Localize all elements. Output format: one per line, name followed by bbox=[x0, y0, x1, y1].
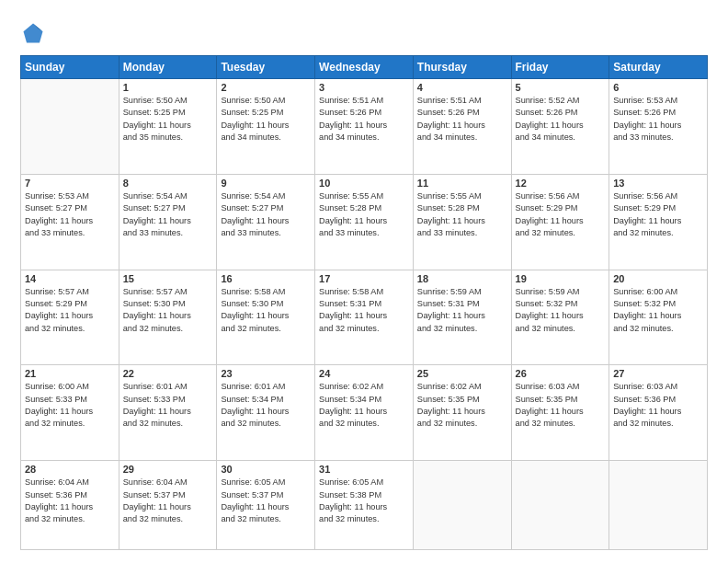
day-info: Sunrise: 5:57 AM Sunset: 5:30 PM Dayligh… bbox=[123, 286, 213, 335]
calendar-day-cell: 17Sunrise: 5:58 AM Sunset: 5:31 PM Dayli… bbox=[315, 270, 414, 365]
day-number: 31 bbox=[319, 464, 409, 475]
day-number: 14 bbox=[25, 273, 115, 284]
day-info: Sunrise: 6:00 AM Sunset: 5:33 PM Dayligh… bbox=[25, 381, 115, 430]
day-info: Sunrise: 6:01 AM Sunset: 5:33 PM Dayligh… bbox=[123, 381, 213, 430]
calendar-day-cell: 1Sunrise: 5:50 AM Sunset: 5:25 PM Daylig… bbox=[119, 79, 217, 175]
calendar-day-cell: 18Sunrise: 5:59 AM Sunset: 5:31 PM Dayli… bbox=[413, 270, 511, 365]
day-number: 13 bbox=[613, 178, 703, 189]
calendar-day-cell bbox=[413, 461, 511, 550]
weekday-header: Wednesday bbox=[315, 56, 414, 79]
day-number: 28 bbox=[25, 464, 115, 475]
calendar-day-cell: 16Sunrise: 5:58 AM Sunset: 5:30 PM Dayli… bbox=[217, 270, 315, 365]
svg-marker-0 bbox=[24, 24, 43, 43]
calendar-day-cell: 30Sunrise: 6:05 AM Sunset: 5:37 PM Dayli… bbox=[217, 461, 315, 550]
day-info: Sunrise: 5:51 AM Sunset: 5:26 PM Dayligh… bbox=[319, 95, 409, 144]
day-info: Sunrise: 6:05 AM Sunset: 5:37 PM Dayligh… bbox=[221, 477, 311, 525]
calendar-day-cell: 6Sunrise: 5:53 AM Sunset: 5:26 PM Daylig… bbox=[609, 79, 708, 175]
day-number: 22 bbox=[123, 368, 213, 379]
day-number: 11 bbox=[417, 178, 507, 189]
day-number: 25 bbox=[417, 368, 507, 379]
day-info: Sunrise: 5:59 AM Sunset: 5:32 PM Dayligh… bbox=[516, 286, 606, 335]
calendar-week-row: 21Sunrise: 6:00 AM Sunset: 5:33 PM Dayli… bbox=[21, 365, 708, 461]
day-number: 21 bbox=[25, 368, 115, 379]
day-number: 4 bbox=[417, 82, 507, 93]
day-number: 16 bbox=[221, 273, 311, 284]
calendar-day-cell: 2Sunrise: 5:50 AM Sunset: 5:25 PM Daylig… bbox=[217, 79, 315, 175]
calendar-day-cell: 20Sunrise: 6:00 AM Sunset: 5:32 PM Dayli… bbox=[609, 270, 708, 365]
weekday-header: Friday bbox=[511, 56, 609, 79]
day-number: 8 bbox=[123, 178, 213, 189]
calendar-day-cell: 11Sunrise: 5:55 AM Sunset: 5:28 PM Dayli… bbox=[413, 174, 511, 270]
weekday-header: Sunday bbox=[21, 56, 119, 79]
day-info: Sunrise: 5:51 AM Sunset: 5:26 PM Dayligh… bbox=[417, 95, 507, 144]
day-info: Sunrise: 5:55 AM Sunset: 5:28 PM Dayligh… bbox=[417, 190, 507, 239]
day-info: Sunrise: 6:01 AM Sunset: 5:34 PM Dayligh… bbox=[221, 381, 311, 430]
day-info: Sunrise: 6:00 AM Sunset: 5:32 PM Dayligh… bbox=[613, 286, 703, 335]
day-info: Sunrise: 6:02 AM Sunset: 5:34 PM Dayligh… bbox=[319, 381, 409, 430]
day-number: 5 bbox=[516, 82, 606, 93]
calendar-week-row: 14Sunrise: 5:57 AM Sunset: 5:29 PM Dayli… bbox=[21, 270, 708, 365]
weekday-header: Tuesday bbox=[217, 56, 315, 79]
day-info: Sunrise: 5:54 AM Sunset: 5:27 PM Dayligh… bbox=[221, 190, 311, 239]
day-number: 24 bbox=[319, 368, 409, 379]
calendar-day-cell: 24Sunrise: 6:02 AM Sunset: 5:34 PM Dayli… bbox=[315, 365, 414, 461]
calendar-day-cell: 22Sunrise: 6:01 AM Sunset: 5:33 PM Dayli… bbox=[119, 365, 217, 461]
day-info: Sunrise: 6:04 AM Sunset: 5:37 PM Dayligh… bbox=[123, 477, 213, 525]
day-number: 18 bbox=[417, 273, 507, 284]
logo-icon bbox=[20, 20, 46, 46]
calendar-day-cell: 29Sunrise: 6:04 AM Sunset: 5:37 PM Dayli… bbox=[119, 461, 217, 550]
day-info: Sunrise: 5:52 AM Sunset: 5:26 PM Dayligh… bbox=[516, 95, 606, 144]
day-info: Sunrise: 6:03 AM Sunset: 5:35 PM Dayligh… bbox=[516, 381, 606, 430]
day-info: Sunrise: 6:03 AM Sunset: 5:36 PM Dayligh… bbox=[613, 381, 703, 430]
calendar-day-cell: 14Sunrise: 5:57 AM Sunset: 5:29 PM Dayli… bbox=[21, 270, 119, 365]
day-info: Sunrise: 5:57 AM Sunset: 5:29 PM Dayligh… bbox=[25, 286, 115, 335]
day-info: Sunrise: 6:04 AM Sunset: 5:36 PM Dayligh… bbox=[25, 477, 115, 525]
calendar-table: SundayMondayTuesdayWednesdayThursdayFrid… bbox=[20, 55, 708, 550]
calendar-day-cell: 21Sunrise: 6:00 AM Sunset: 5:33 PM Dayli… bbox=[21, 365, 119, 461]
calendar-day-cell: 7Sunrise: 5:53 AM Sunset: 5:27 PM Daylig… bbox=[21, 174, 119, 270]
calendar-day-cell: 28Sunrise: 6:04 AM Sunset: 5:36 PM Dayli… bbox=[21, 461, 119, 550]
day-info: Sunrise: 5:55 AM Sunset: 5:28 PM Dayligh… bbox=[319, 190, 409, 239]
calendar-week-row: 28Sunrise: 6:04 AM Sunset: 5:36 PM Dayli… bbox=[21, 461, 708, 550]
day-number: 19 bbox=[516, 273, 606, 284]
calendar-week-row: 7Sunrise: 5:53 AM Sunset: 5:27 PM Daylig… bbox=[21, 174, 708, 270]
day-info: Sunrise: 5:59 AM Sunset: 5:31 PM Dayligh… bbox=[417, 286, 507, 335]
day-number: 15 bbox=[123, 273, 213, 284]
day-info: Sunrise: 6:05 AM Sunset: 5:38 PM Dayligh… bbox=[319, 477, 409, 525]
weekday-header: Thursday bbox=[413, 56, 511, 79]
calendar-day-cell: 3Sunrise: 5:51 AM Sunset: 5:26 PM Daylig… bbox=[315, 79, 414, 175]
day-number: 6 bbox=[613, 82, 703, 93]
day-number: 2 bbox=[221, 82, 311, 93]
day-info: Sunrise: 5:58 AM Sunset: 5:31 PM Dayligh… bbox=[319, 286, 409, 335]
calendar-day-cell: 13Sunrise: 5:56 AM Sunset: 5:29 PM Dayli… bbox=[609, 174, 708, 270]
calendar-day-cell: 23Sunrise: 6:01 AM Sunset: 5:34 PM Dayli… bbox=[217, 365, 315, 461]
calendar-week-row: 1Sunrise: 5:50 AM Sunset: 5:25 PM Daylig… bbox=[21, 79, 708, 175]
day-number: 26 bbox=[516, 368, 606, 379]
day-number: 1 bbox=[123, 82, 213, 93]
day-number: 7 bbox=[25, 178, 115, 189]
calendar-day-cell: 27Sunrise: 6:03 AM Sunset: 5:36 PM Dayli… bbox=[609, 365, 708, 461]
calendar-day-cell: 25Sunrise: 6:02 AM Sunset: 5:35 PM Dayli… bbox=[413, 365, 511, 461]
day-number: 30 bbox=[221, 464, 311, 475]
calendar-day-cell: 15Sunrise: 5:57 AM Sunset: 5:30 PM Dayli… bbox=[119, 270, 217, 365]
weekday-header: Saturday bbox=[609, 56, 708, 79]
day-number: 20 bbox=[613, 273, 703, 284]
calendar-day-cell bbox=[21, 79, 119, 175]
calendar-header-row: SundayMondayTuesdayWednesdayThursdayFrid… bbox=[21, 56, 708, 79]
page: SundayMondayTuesdayWednesdayThursdayFrid… bbox=[0, 0, 728, 563]
calendar-day-cell: 9Sunrise: 5:54 AM Sunset: 5:27 PM Daylig… bbox=[217, 174, 315, 270]
header bbox=[20, 17, 708, 46]
day-number: 12 bbox=[516, 178, 606, 189]
calendar-day-cell: 26Sunrise: 6:03 AM Sunset: 5:35 PM Dayli… bbox=[511, 365, 609, 461]
day-info: Sunrise: 5:58 AM Sunset: 5:30 PM Dayligh… bbox=[221, 286, 311, 335]
day-info: Sunrise: 5:56 AM Sunset: 5:29 PM Dayligh… bbox=[613, 190, 703, 239]
calendar-day-cell: 10Sunrise: 5:55 AM Sunset: 5:28 PM Dayli… bbox=[315, 174, 414, 270]
day-number: 29 bbox=[123, 464, 213, 475]
calendar-day-cell: 31Sunrise: 6:05 AM Sunset: 5:38 PM Dayli… bbox=[315, 461, 414, 550]
calendar-day-cell: 8Sunrise: 5:54 AM Sunset: 5:27 PM Daylig… bbox=[119, 174, 217, 270]
day-info: Sunrise: 5:54 AM Sunset: 5:27 PM Dayligh… bbox=[123, 190, 213, 239]
day-number: 3 bbox=[319, 82, 409, 93]
day-info: Sunrise: 5:50 AM Sunset: 5:25 PM Dayligh… bbox=[221, 95, 311, 144]
day-number: 9 bbox=[221, 178, 311, 189]
day-info: Sunrise: 5:53 AM Sunset: 5:26 PM Dayligh… bbox=[613, 95, 703, 144]
